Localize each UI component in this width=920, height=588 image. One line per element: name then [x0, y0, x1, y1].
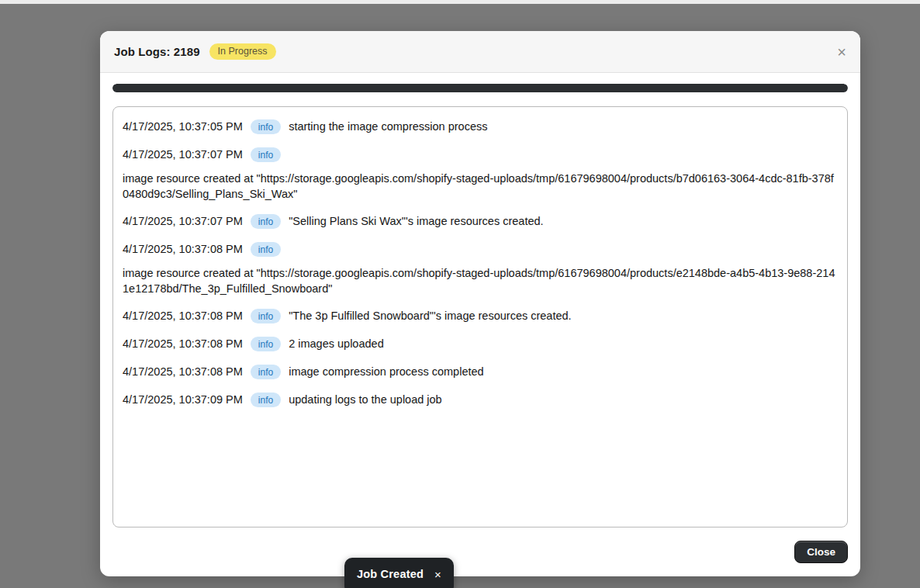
log-level-badge: info	[251, 147, 281, 162]
log-timestamp: 4/17/2025, 10:37:08 PM	[123, 308, 243, 324]
log-message: image resource created at "https://stora…	[123, 265, 838, 296]
job-logs-modal: Job Logs: 2189 In Progress × 4/17/2025, …	[100, 31, 860, 576]
log-message: updating logs to the upload job	[289, 392, 442, 408]
log-timestamp: 4/17/2025, 10:37:08 PM	[123, 241, 243, 258]
modal-header: Job Logs: 2189 In Progress ×	[100, 31, 860, 73]
log-level-badge: info	[251, 337, 281, 351]
log-message: starting the image compression process	[289, 119, 487, 135]
log-timestamp: 4/17/2025, 10:37:07 PM	[123, 147, 243, 163]
close-button[interactable]: Close	[794, 541, 848, 563]
log-entry: 4/17/2025, 10:37:08 PMinfo2 images uploa…	[123, 336, 838, 352]
log-message: 2 images uploaded	[289, 336, 384, 352]
job-created-toast: Job Created ×	[344, 558, 454, 588]
status-badge: In Progress	[209, 43, 276, 60]
log-level-badge: info	[251, 214, 281, 229]
modal-title: Job Logs: 2189	[114, 45, 200, 58]
log-level-badge: info	[251, 242, 281, 257]
log-entry: 4/17/2025, 10:37:07 PMinfo"Selling Plans…	[123, 213, 838, 230]
progress-bar-fill	[112, 84, 848, 92]
modal-footer: Close	[100, 527, 860, 576]
log-message: image compression process completed	[289, 364, 483, 380]
toast-label: Job Created	[357, 568, 424, 580]
log-message: "Selling Plans Ski Wax"'s image resource…	[289, 213, 543, 230]
log-timestamp: 4/17/2025, 10:37:08 PM	[123, 336, 243, 352]
close-icon[interactable]: ×	[837, 44, 846, 60]
log-entry: 4/17/2025, 10:37:05 PMinfostarting the i…	[123, 119, 838, 135]
log-timestamp: 4/17/2025, 10:37:07 PM	[123, 213, 243, 230]
log-entry: 4/17/2025, 10:37:08 PMinfoimage compress…	[123, 364, 838, 380]
toast-close-icon[interactable]: ×	[434, 569, 441, 580]
log-level-badge: info	[251, 309, 281, 323]
log-entry: 4/17/2025, 10:37:09 PMinfoupdating logs …	[123, 392, 838, 408]
log-message: image resource created at "https://stora…	[123, 171, 838, 202]
log-entry: 4/17/2025, 10:37:08 PMinfoimage resource…	[123, 241, 838, 296]
log-timestamp: 4/17/2025, 10:37:08 PM	[123, 364, 243, 380]
log-level-badge: info	[251, 365, 281, 379]
log-entry: 4/17/2025, 10:37:07 PMinfoimage resource…	[123, 147, 838, 202]
log-message: "The 3p Fulfilled Snowboard"'s image res…	[289, 308, 571, 324]
log-list[interactable]: 4/17/2025, 10:37:05 PMinfostarting the i…	[112, 106, 848, 527]
modal-body: 4/17/2025, 10:37:05 PMinfostarting the i…	[100, 73, 860, 527]
log-timestamp: 4/17/2025, 10:37:09 PM	[123, 392, 243, 408]
log-level-badge: info	[251, 119, 281, 134]
log-level-badge: info	[251, 393, 281, 407]
log-entry: 4/17/2025, 10:37:08 PMinfo"The 3p Fulfil…	[123, 308, 838, 324]
log-timestamp: 4/17/2025, 10:37:05 PM	[123, 119, 243, 135]
progress-bar	[112, 84, 848, 92]
